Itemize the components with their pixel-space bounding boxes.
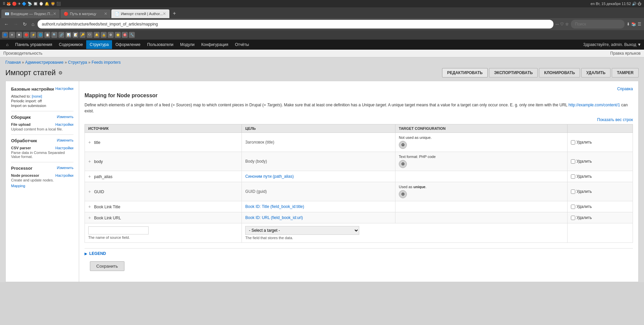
breadcrumb-home[interactable]: Главная [5,60,21,65]
sidebar-file-upload-settings-link[interactable]: Настройки [55,122,73,126]
breadcrumb-structure[interactable]: Структура [68,60,87,65]
ext-icon-16[interactable]: ⚙ [108,32,114,38]
ext-icon-10[interactable]: 📊 [65,32,71,38]
sidebar-processor-change-link[interactable]: Изменить [57,138,73,142]
page-title: Импорт статей ⚙ [5,68,63,77]
ext-icon-6[interactable]: 🌐 [37,32,43,38]
forward-button[interactable]: → [12,21,19,28]
delete-checkbox-guid[interactable] [571,189,575,194]
ext-icon-1[interactable]: 🔵 [2,32,8,38]
table-row: + Book Link Title Book ID: Title (field_… [85,201,633,212]
address-input[interactable] [38,20,553,29]
edit-button[interactable]: РЕДАКТИРОВАТЬ [442,68,488,77]
sidebar-basic-settings-header: Базовые настройки Настройки [11,87,73,94]
admin-bar-right[interactable]: Правка ярлыков [610,51,641,56]
legend-toggle[interactable]: ▶ LEGEND [85,251,633,256]
tab-import[interactable]: 📄 Импорт статей | Author... ✕ [111,9,169,18]
new-tab-button[interactable]: + [170,9,178,18]
actions-cell-body: Удалить [567,152,633,171]
delete-checkbox-title[interactable] [571,140,575,145]
delete-checkbox-path-alias[interactable] [571,174,575,179]
legend-label: LEGEND [89,251,106,256]
ext-icon-2[interactable]: ✕ [9,32,15,38]
drag-handle-body[interactable]: + [88,159,91,164]
search-input[interactable] [571,20,625,29]
reload-button[interactable]: ↻ [21,21,28,28]
ext-icon-17[interactable]: 🌟 [115,32,121,38]
drag-handle-guid[interactable]: + [88,189,91,194]
nav-panel[interactable]: Панель управления [12,40,55,49]
drag-handle-book-title[interactable]: + [88,204,91,209]
home-button[interactable]: ⌂ [30,21,36,28]
os-bar-right: en Вт, 15 декабря 11:52 🔊 ⏻ [591,2,641,6]
nav-home-icon[interactable]: ⌂ [3,40,12,49]
tab-close-matrix[interactable]: ✕ [104,11,107,16]
nav-users[interactable]: Пользователи [144,40,177,49]
nav-modules[interactable]: Модули [177,40,198,49]
gear-btn-guid[interactable]: ⚙ [399,190,407,198]
ext-icon-3[interactable]: ✖ [16,32,22,38]
ext-icon-8[interactable]: 🔍 [51,32,57,38]
ext-icon-13[interactable]: 🛡 [87,32,93,38]
sidebar-node-processor-header: Processor Изменить [11,166,73,173]
ext-icon-14[interactable]: 🔔 [94,32,100,38]
tamper-button[interactable]: TAMPER [612,68,639,77]
add-target-select[interactable]: - Select a target - [245,226,359,235]
save-button[interactable]: Сохранить [90,261,124,271]
drag-handle-title[interactable]: + [88,140,91,145]
ext-icon-5[interactable]: ⚡ [30,32,36,38]
sidebar-attached-value[interactable]: [none] [32,94,42,98]
os-apps-icon: ⠿ 🦊 🔴 ✈ 🔷 📡 🔲 ⌚ 🔔 🦁 ⬛ [3,2,61,6]
sidebar-basic-settings-link[interactable]: Настройки [55,87,73,91]
add-source-input[interactable] [88,226,149,234]
delete-checkbox-book-title[interactable] [571,205,575,209]
help-link[interactable]: Справка [617,87,633,91]
ext-icon-15[interactable]: 🔒 [101,32,107,38]
back-button[interactable]: ← [3,21,10,28]
target-cell-title: Заголовок (title) [242,133,395,152]
breadcrumb-feeds[interactable]: Feeds importers [92,60,121,65]
ext-icon-19[interactable]: 🔧 [129,32,135,38]
tab-yandex[interactable]: 📧 Входящие — Яндекс.П... ✕ [1,9,60,18]
tab-close-yandex[interactable]: ✕ [53,11,56,16]
config-cell-path-alias [395,171,568,182]
page-title-gear-icon[interactable]: ⚙ [58,70,63,75]
delete-checkbox-body[interactable] [571,159,575,164]
target-value-body: Body (body) [245,159,267,164]
tab-close-import[interactable]: ✕ [163,11,166,16]
ext-icon-12[interactable]: 🔑 [79,32,86,38]
sidebar-collector-change-link[interactable]: Изменить [57,115,73,119]
sidebar-collector-row: File upload Настройки [11,122,73,126]
sidebar-csv-settings-link[interactable]: Настройки [55,146,73,150]
ext-icon-9[interactable]: 🔗 [58,32,64,38]
drag-handle-book-url[interactable]: + [88,215,91,220]
ext-icon-18[interactable]: 🎯 [122,32,128,38]
ext-icon-11[interactable]: 📝 [72,32,78,38]
breadcrumb-admin[interactable]: Администрирование [25,60,63,65]
target-hint: The field that stores the data. [245,236,564,240]
clone-button[interactable]: КЛОНИРОВАТЬ [539,68,580,77]
gear-btn-body[interactable]: ⚙ [399,160,407,168]
nav-reports[interactable]: Отчёты [232,40,253,49]
sidebar-node-processor-change-link[interactable]: Изменить [57,166,73,170]
show-weights-link[interactable]: Показать вес строк [85,117,633,122]
ext-icon-7[interactable]: 📋 [44,32,50,38]
sidebar-collector-title: Сборщик [11,115,31,120]
sidebar-node-settings-link[interactable]: Настройки [55,173,73,177]
export-button[interactable]: ЭКСПОРТИРОВАТЬ [489,68,538,77]
nav-config[interactable]: Конфигурация [198,40,232,49]
delete-checkbox-book-url[interactable] [571,216,575,220]
tab-matrix[interactable]: 🔴 Путь в матрицу ✕ [60,9,111,18]
nav-structure[interactable]: Структура [86,40,112,49]
sidebar-node-mapping-link[interactable]: Mapping [11,184,25,188]
ext-icon-4[interactable]: 🔴 [23,32,29,38]
nav-content[interactable]: Содержимое [56,40,87,49]
sidebar-node-label: Node processor [11,173,39,177]
sidebar-collector-header: Сборщик Изменить [11,115,73,122]
nav-design[interactable]: Оформление [112,40,144,49]
gear-btn-title[interactable]: ⚙ [399,141,407,149]
delete-button[interactable]: УДАЛИТЬ [581,68,610,77]
admin-bar-left[interactable]: Производительность [3,51,42,56]
bookmark-bar-icon: 📚 [631,22,636,26]
drag-handle-path-alias[interactable]: + [88,174,91,179]
